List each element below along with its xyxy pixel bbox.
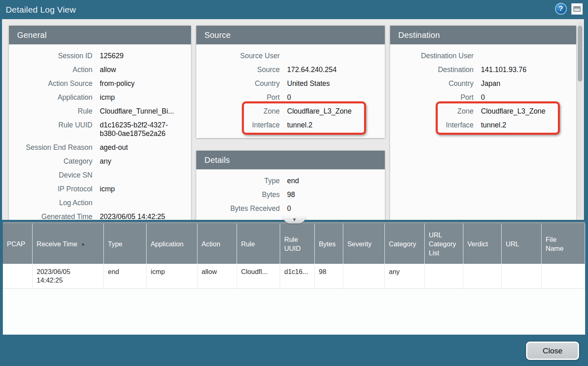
details-panel: Details TypeendBytes98Bytes Received0	[196, 151, 385, 220]
column-header-url-category-list[interactable]: URL Category List	[425, 224, 463, 264]
log-cell-url	[502, 264, 542, 288]
field-row: Destination User	[390, 49, 576, 63]
window-restore-glyph	[573, 6, 581, 12]
column-header-label: Application	[151, 239, 184, 248]
field-value: end	[287, 174, 385, 188]
column-header-label: Receive Time	[37, 239, 77, 248]
field-row: Port0	[196, 90, 385, 104]
field-label: Type	[196, 174, 287, 188]
field-value: 0	[287, 90, 385, 104]
column-header-file-name[interactable]: File Name	[542, 224, 585, 264]
log-cell-file-name	[542, 264, 585, 288]
field-value: 0	[481, 90, 576, 104]
field-row: Port0	[390, 90, 576, 104]
window-restore-icon[interactable]	[571, 3, 583, 15]
field-row: Device SN	[9, 168, 191, 182]
field-row: Log Action	[9, 196, 191, 210]
scrollbar-thumb[interactable]	[578, 26, 582, 81]
column-header-label: Rule	[241, 239, 255, 248]
column-header-application[interactable]: Application	[147, 224, 197, 264]
field-value	[100, 196, 191, 210]
column-header-label: Type	[108, 239, 123, 248]
column-header-label: PCAP	[7, 239, 25, 248]
log-cell-rule-uuid: d1c16...	[280, 264, 315, 288]
field-row: Session End Reasonaged-out	[9, 140, 191, 154]
destination-panel: Destination Destination UserDestination1…	[390, 26, 576, 220]
field-label: Action	[9, 63, 100, 77]
close-button[interactable]: Close	[526, 342, 579, 360]
log-row[interactable]: 2023/06/05 14:42:25endicmpallowCloudfl..…	[3, 264, 585, 289]
log-cell-rule: Cloudfl...	[237, 264, 280, 288]
log-cell-pcap	[3, 264, 33, 288]
field-row: Typeend	[196, 174, 385, 188]
field-label: Interface	[196, 118, 287, 132]
dialog-title: Detailed Log View	[0, 5, 76, 15]
field-row: Rule UUIDd1c16235-b2f2-4327-b380-0ae1875…	[9, 118, 191, 140]
column-header-label: File Name	[546, 235, 567, 253]
detail-section-scrollbar[interactable]	[577, 22, 583, 217]
log-table-header: PCAPReceive Time▲TypeApplicationActionRu…	[3, 222, 585, 264]
field-value: icmp	[100, 182, 191, 196]
field-row: Actionallow	[9, 63, 191, 77]
field-row: Categoryany	[9, 154, 191, 168]
field-row: ZoneCloudflare_L3_Zone	[196, 104, 385, 118]
field-row: Interfacetunnel.2	[196, 118, 385, 132]
column-header-url[interactable]: URL	[502, 224, 542, 264]
help-icon[interactable]: ?	[555, 3, 567, 15]
log-cell-category: any	[385, 264, 425, 288]
general-panel-body: Session ID125629ActionallowAction Source…	[9, 44, 191, 220]
column-header-receive-time[interactable]: Receive Time▲	[33, 224, 104, 264]
column-header-bytes[interactable]: Bytes	[315, 224, 343, 264]
field-value: 2023/06/05 14:42:25	[100, 210, 191, 220]
field-value: aged-out	[100, 140, 191, 154]
field-label: Session ID	[9, 49, 100, 63]
column-header-pcap[interactable]: PCAP	[3, 224, 33, 264]
field-label: Bytes Received	[196, 202, 287, 215]
field-label: Zone	[196, 104, 287, 118]
log-cell-url-category-list	[425, 264, 463, 288]
field-value: Cloudflare_Tunnel_Bi...	[100, 104, 191, 118]
field-row: CountryJapan	[390, 77, 576, 90]
field-label: Country	[196, 77, 287, 90]
field-value: United States	[287, 77, 385, 90]
field-row: Action Sourcefrom-policy	[9, 77, 191, 90]
destination-panel-body: Destination UserDestination141.101.93.76…	[390, 44, 576, 220]
field-row: Interfacetunnel.2	[390, 118, 576, 132]
dialog-titlebar: Detailed Log View ?	[0, 0, 588, 19]
column-header-rule[interactable]: Rule	[237, 224, 280, 264]
field-row: CountryUnited States	[196, 77, 385, 90]
field-label: Port	[196, 90, 287, 104]
log-cell-verdict	[463, 264, 502, 288]
field-label: Destination User	[390, 49, 481, 63]
source-panel-title: Source	[196, 26, 385, 44]
field-value: from-policy	[100, 77, 191, 90]
field-label: Application	[9, 90, 100, 104]
column-header-action[interactable]: Action	[197, 224, 237, 264]
field-label: IP Protocol	[9, 182, 100, 196]
field-label: Category	[9, 154, 100, 168]
field-value: any	[100, 154, 191, 168]
column-header-type[interactable]: Type	[104, 224, 147, 264]
field-label: Bytes	[196, 188, 287, 202]
log-cell-type: end	[104, 264, 147, 288]
field-value: 125629	[100, 49, 191, 63]
field-row: Source User	[196, 49, 385, 63]
field-label: Log Action	[9, 196, 100, 210]
general-panel: General Session ID125629ActionallowActio…	[9, 26, 191, 220]
field-value: tunnel.2	[287, 118, 385, 132]
column-header-label: Category	[389, 239, 416, 248]
column-header-label: URL Category List	[429, 230, 459, 257]
column-header-category[interactable]: Category	[385, 224, 425, 264]
field-value: Japan	[481, 77, 576, 90]
column-header-label: Rule UUID	[284, 235, 310, 253]
column-header-rule-uuid[interactable]: Rule UUID	[280, 224, 315, 264]
column-header-severity[interactable]: Severity	[343, 224, 385, 264]
details-panel-body: TypeendBytes98Bytes Received0	[196, 169, 385, 220]
destination-panel-title: Destination	[390, 26, 576, 44]
field-row: Bytes98	[196, 188, 385, 202]
field-value	[287, 49, 385, 63]
log-cell-receive-time: 2023/06/05 14:42:25	[33, 264, 104, 288]
field-row: RuleCloudflare_Tunnel_Bi...	[9, 104, 191, 118]
column-header-verdict[interactable]: Verdict	[463, 224, 502, 264]
log-detail-section: General Session ID125629ActionallowActio…	[2, 19, 584, 220]
